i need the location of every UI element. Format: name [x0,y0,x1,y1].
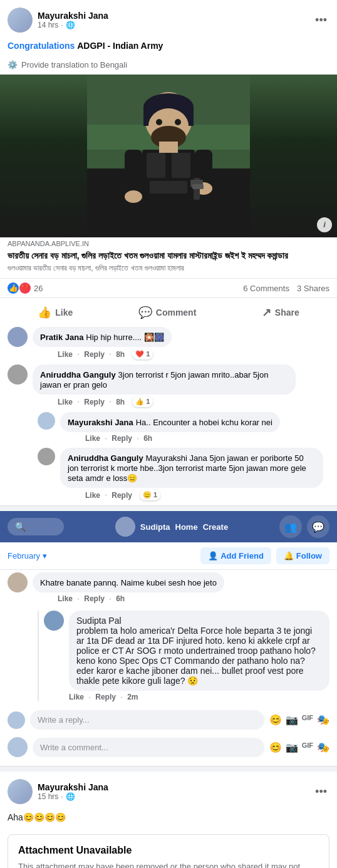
post-image: i [0,75,337,237]
commenter-avatar[interactable] [8,364,28,385]
chevron-down-icon: ▾ [43,551,47,561]
link-source: ABPANANDA.ABPLIVE.IN [0,237,337,249]
reply-input-avatar [8,711,25,729]
comment-like-button[interactable]: Like [58,350,73,359]
navbar: 🔍 Sudipta Home Create 👥 💬 [0,511,337,542]
reply-time: 6h [143,434,152,443]
sticker-icon[interactable]: 🎭 [317,714,329,726]
love-reaction-icon: ❤️ [19,282,31,294]
emoji-icon[interactable]: 😊 [269,714,282,726]
avatar[interactable] [8,8,33,33]
post2-more-options-button[interactable]: ••• [313,783,329,801]
reply-reaction: 😑 1 [140,490,160,500]
truncated-avatar[interactable] [8,572,28,592]
sudipta-time: 2m [127,693,138,701]
truncated-like-button[interactable]: Like [58,594,73,603]
comment-input-wrap: Write a comment... 😊 📷 GIF 🎭 [0,733,337,761]
reply-text: Ha.. Encounter a hobei kchu korar nei [136,418,272,427]
comments-section: Pratik Jana Hip hip hurre.... 🎇🎆 Like · … [0,327,337,500]
shares-count[interactable]: 3 Shares [297,284,329,293]
comment-like-button[interactable]: Like [58,398,73,406]
commenter-avatar[interactable] [8,327,28,347]
people-icon-button[interactable]: 👥 [279,515,302,538]
nav-home[interactable]: Home [175,522,198,532]
svg-rect-15 [125,150,142,194]
post2-text: Aha😊😊😊😊 [0,809,337,829]
profile-bar: February ▾ 👤 Add Friend 🔔 Follow [0,542,337,570]
comment-camera-icon[interactable]: 📷 [286,741,298,753]
comment-item: Aniruddha Ganguly 3jon terrorist r 5jon … [8,364,329,407]
comment-input[interactable]: Write a comment... [33,738,264,757]
camera-icon[interactable]: 📷 [286,714,298,726]
post2-username[interactable]: Mayurakshi Jana [38,782,313,792]
nav-create[interactable]: Create [203,522,228,532]
reply-reply-button-2[interactable]: Reply [111,491,132,500]
comment-button[interactable]: 💬 Comment [128,301,207,324]
post-username[interactable]: Mayurakshi Jana [38,11,313,21]
follow-icon: 🔔 [284,551,294,561]
post2-meta: 15 hrs · 🌐 [38,792,313,801]
search-bar[interactable]: 🔍 [8,518,64,535]
nav-avatar[interactable] [115,517,135,537]
svg-rect-12 [147,153,165,178]
comment-actions: Like · Reply · 8h ❤️ 1 [58,349,172,359]
like-button[interactable]: 👍 Like [28,301,83,324]
like-reaction-icon: 👍 [8,282,19,294]
post-meta: 14 hrs · 🌐 [38,21,313,29]
reply-username[interactable]: Mayurakshi Jana [68,418,133,427]
reply-like-button-2[interactable]: Like [85,491,100,500]
svg-point-9 [156,119,162,125]
comment-reaction-count: 👍 1 [132,396,153,407]
reply-actions: Like · Reply · 6h [85,434,280,443]
gif-icon[interactable]: GIF [302,714,313,726]
sudipta-text: problem ta holo america'r Delta Force ho… [76,626,322,686]
commenter-name[interactable]: Pratik Jana [40,333,83,342]
post2-avatar[interactable] [8,779,33,804]
comment-sticker-icon[interactable]: 🎭 [317,741,329,753]
comment-emoji-icon[interactable]: 😊 [269,741,282,753]
people-icon: 👥 [284,521,297,533]
truncated-reply-button[interactable]: Reply [84,594,105,603]
reply-avatar[interactable] [38,412,55,430]
truncated-text: Khatre banate pannq. Naime kubei sesh ho… [40,578,217,587]
svg-rect-13 [172,153,190,178]
reply-reply-button[interactable]: Reply [111,434,132,443]
add-friend-button[interactable]: 👤 Add Friend [200,547,271,564]
comments-count[interactable]: 6 Comments [243,284,289,293]
commenter-name[interactable]: Aniruddha Ganguly [40,370,116,380]
translate-bar[interactable]: ⚙️ Provide translation to Bengali [0,58,337,75]
follow-button[interactable]: 🔔 Follow [276,547,329,564]
reactions-left[interactable]: 👍 ❤️ 26 [8,282,43,294]
more-options-button[interactable]: ••• [313,11,329,29]
sudipta-username[interactable]: Sudipta Pal [76,616,322,626]
comment-reply-button[interactable]: Reply [84,350,105,359]
user-info: Mayurakshi Jana 14 hrs · 🌐 [38,11,313,29]
sudipta-avatar[interactable] [44,611,64,631]
gear-icon: ⚙️ [8,60,18,70]
reply-like-button[interactable]: Like [85,434,100,443]
link-desc: গুলওয়ামার ভারতীয় সেনার বড় মাচলা, গুলি… [0,264,337,279]
translate-label: Provide translation to Bengali [21,60,127,70]
months-dropdown[interactable]: February ▾ [8,551,47,561]
reply-input[interactable]: Write a reply... [30,710,264,730]
info-button[interactable]: i [317,217,332,232]
comment-gif-icon[interactable]: GIF [302,741,313,753]
link-title: ভারতীয় সেনার বড় মাচলা, গুলির লড়াইতে খ… [0,249,337,264]
sudipta-like-button[interactable]: Like [69,693,84,701]
messenger-icon-button[interactable]: 💬 [307,515,329,538]
truncated-comment-wrap: Khatre banate pannq. Naime kubei sesh ho… [0,570,337,611]
share-button[interactable]: ↗ Share [252,301,309,324]
reactions-right: 6 Comments 3 Shares [243,284,329,293]
truncated-actions: Like · Reply · 6h [58,594,224,603]
comment-reply-button[interactable]: Reply [84,398,105,406]
nav-username[interactable]: Sudipta [140,522,170,532]
reply-avatar-2[interactable] [38,448,55,465]
navbar-center: Sudipta Home Create [115,517,228,537]
reply-username-2[interactable]: Aniruddha Ganguly [68,453,143,463]
month-label: February [8,551,40,561]
sudipta-reply-button[interactable]: Reply [95,693,116,701]
continued-comments: Khatre banate pannq. Naime kubei sesh ho… [0,570,337,767]
post-image-svg [87,75,250,237]
reactions-count: 26 [34,284,43,293]
attachment-desc: This attachment may have been removed or… [18,861,319,868]
